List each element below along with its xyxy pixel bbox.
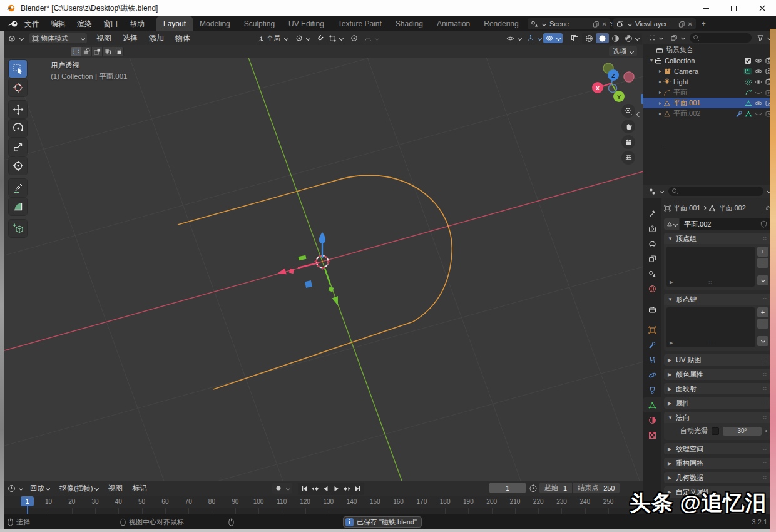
mesh-datablock-dropdown[interactable] — [664, 218, 679, 230]
select-extend-button[interactable] — [81, 47, 92, 56]
workspace-tab-sculpting[interactable]: Sculpting — [237, 16, 282, 31]
pivot-point-dropdown[interactable] — [293, 33, 312, 43]
blender-app-icon[interactable] — [8, 19, 19, 28]
new-viewlayer-icon[interactable] — [678, 21, 685, 28]
camera-view-button[interactable] — [621, 135, 635, 149]
datablock-name-field[interactable]: 平面.002 — [680, 218, 771, 230]
grip-icon[interactable]: ∷ — [763, 297, 767, 302]
properties-tab-particles[interactable] — [643, 352, 661, 367]
new-scene-icon[interactable] — [593, 21, 600, 28]
eye-closed-icon[interactable] — [754, 111, 763, 117]
menu-window[interactable]: 窗口 — [98, 16, 124, 31]
grip-icon[interactable]: ∷ — [763, 236, 767, 242]
panel-header[interactable]: ▶几何数据∷ — [664, 472, 771, 483]
saved-notification[interactable]: i 已保存 "磁铁.blend" — [343, 516, 422, 528]
scene-selector[interactable]: Scene ✕ — [528, 18, 610, 29]
chevron-down-icon[interactable] — [286, 486, 290, 490]
outliner-row-camera[interactable]: ▸Camera — [643, 66, 776, 76]
eye-open-icon[interactable] — [754, 79, 763, 85]
grip-icon[interactable]: ∷ — [763, 461, 767, 466]
shading-rendered-button[interactable] — [622, 33, 635, 43]
timeline-track-area[interactable] — [0, 508, 643, 514]
menu-keying[interactable]: 抠像(插帧) — [54, 484, 103, 493]
properties-tab-view-layer[interactable] — [643, 251, 661, 266]
ortho-toggle-button[interactable] — [621, 151, 635, 165]
proportional-falloff-dropdown[interactable] — [362, 33, 381, 43]
select-subtract-button[interactable] — [92, 47, 103, 56]
properties-search-input[interactable] — [668, 187, 763, 196]
panel-header[interactable]: ▼顶点组∷ — [664, 233, 771, 244]
outliner-filter-mode[interactable] — [668, 33, 687, 43]
workspace-tab--[interactable]: + — [695, 16, 713, 31]
workspace-tab-rendering[interactable]: Rendering — [477, 16, 525, 31]
eye-open-icon[interactable] — [754, 68, 763, 74]
current-frame-field[interactable]: 1 — [489, 483, 526, 493]
panel-header[interactable]: ▼形态键∷ — [664, 294, 771, 305]
tool-scale-button[interactable] — [9, 138, 27, 156]
tool-tweak-select-button[interactable] — [9, 60, 27, 78]
play-reverse-button[interactable] — [321, 484, 330, 494]
chevron-down-icon[interactable] — [635, 36, 640, 41]
frame-end-field[interactable]: 结束点250 — [573, 483, 620, 493]
properties-tab-physics[interactable] — [643, 367, 661, 382]
visibility-dropdown[interactable] — [504, 33, 524, 43]
select-invert-button[interactable] — [103, 47, 113, 56]
menu-view[interactable]: 视图 — [91, 33, 117, 44]
grip-icon[interactable]: ∷ — [763, 401, 767, 406]
outliner-row--.001[interactable]: ▸平面.001 — [643, 98, 776, 108]
properties-tab-render[interactable] — [643, 221, 661, 236]
add-item-button[interactable]: + — [757, 307, 768, 317]
editor-type-button[interactable] — [5, 33, 26, 43]
transform-orientation-dropdown[interactable]: 全局 — [255, 33, 290, 43]
auto-smooth-angle-field[interactable]: 30° — [723, 427, 762, 436]
scene-name[interactable]: Scene — [548, 20, 590, 28]
tool-measure-button[interactable] — [9, 198, 27, 215]
remove-viewlayer-icon[interactable]: ✕ — [688, 21, 693, 28]
remove-item-button[interactable]: − — [757, 258, 768, 268]
tool-transform-button[interactable] — [9, 157, 27, 175]
minimize-button[interactable] — [692, 0, 720, 16]
viewlayer-name[interactable]: ViewLayer — [634, 20, 676, 28]
stopwatch-icon[interactable] — [529, 483, 538, 493]
grip-icon[interactable]: ∷ — [763, 475, 767, 481]
properties-tab-texture[interactable] — [643, 427, 661, 442]
play-button[interactable] — [332, 484, 341, 494]
panel-header[interactable]: ▶面映射∷ — [664, 383, 771, 394]
menu-file[interactable]: 文件 — [19, 16, 45, 31]
specials-menu-button[interactable] — [757, 336, 768, 346]
timeline-editor-type[interactable] — [5, 483, 25, 493]
menu-playback[interactable]: 回放 — [25, 484, 54, 493]
record-icon[interactable] — [275, 484, 282, 492]
grip-icon[interactable]: ∷ — [763, 446, 767, 452]
menu-help[interactable]: 帮助 — [124, 16, 150, 31]
properties-tab-constraints[interactable] — [643, 382, 661, 397]
playhead-line[interactable] — [27, 506, 28, 514]
properties-tab-modifiers[interactable] — [643, 337, 661, 352]
specials-menu-button[interactable] — [757, 275, 768, 285]
viewport-3d[interactable]: Z X Y 用户透视 (1) Collection | 平面.001 — [0, 58, 643, 481]
grip-icon[interactable]: ∷ — [763, 415, 767, 421]
tool-rotate-button[interactable] — [9, 120, 27, 137]
shield-icon[interactable] — [760, 220, 767, 228]
properties-tab-tool[interactable] — [643, 206, 661, 221]
eye-open-icon[interactable] — [754, 58, 763, 64]
menu-edit[interactable]: 编辑 — [45, 16, 71, 31]
panel-header[interactable]: ▶UV 贴图∷ — [664, 354, 771, 366]
workspace-tab-shading[interactable]: Shading — [389, 16, 430, 31]
pan-button[interactable] — [621, 120, 635, 133]
panel-header[interactable]: ▶纹理空间∷ — [664, 443, 771, 454]
grip-icon[interactable]: ∷ — [763, 372, 767, 377]
checkbox-icon[interactable] — [744, 57, 752, 64]
tool-add-cube-button[interactable] — [9, 220, 27, 237]
snap-target-dropdown[interactable] — [327, 33, 345, 43]
shading-material-button[interactable] — [609, 33, 622, 43]
outliner-display-mode[interactable] — [646, 33, 665, 43]
workspace-tab-animation[interactable]: Animation — [430, 16, 477, 31]
tool-move-button[interactable] — [9, 101, 27, 118]
menu-marker[interactable]: 标记 — [128, 484, 152, 493]
navigation-gizmo[interactable]: Z X Y — [592, 63, 634, 102]
eye-closed-icon[interactable] — [754, 90, 763, 96]
shading-solid-button[interactable] — [596, 33, 609, 43]
grip-icon[interactable]: ∷ — [763, 357, 767, 363]
workspace-tab-uv-editing[interactable]: UV Editing — [282, 16, 331, 31]
